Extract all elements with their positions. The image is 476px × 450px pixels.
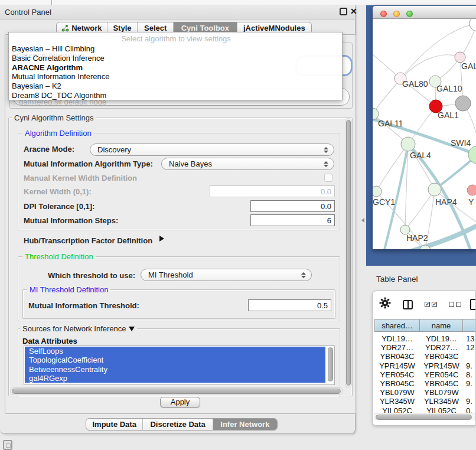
document-icon[interactable]	[470, 299, 476, 310]
table-row[interactable]: YLR345WYLR345W9.	[374, 397, 476, 406]
settings-vscrollbar-thumb[interactable]	[346, 120, 351, 386]
table-row[interactable]: YPR145WYPR145W9.	[374, 361, 476, 370]
column-header[interactable]: name	[420, 319, 463, 332]
which-threshold-combobox[interactable]: MI Threshold	[141, 269, 312, 281]
network-node[interactable]	[470, 19, 476, 31]
aracne-mode-combobox[interactable]: Discovery	[90, 144, 334, 156]
network-node[interactable]	[467, 185, 476, 195]
network-edge[interactable]	[373, 79, 401, 114]
algorithm-option[interactable]: ARACNE Algorithm	[12, 63, 83, 73]
table-panel-window: ✓ ✓ shared… name YDL19…YDL19…13YDR27…YDR…	[372, 291, 476, 426]
algorithm-option[interactable]: Basic Correlation Inference	[12, 54, 105, 63]
network-node[interactable]	[373, 186, 382, 197]
hub-definition-label[interactable]: Hub/Transcription Factor Definition	[24, 236, 152, 245]
gear-icon[interactable]	[379, 297, 391, 311]
table-row[interactable]: YER054CYER054C8.	[374, 370, 476, 379]
dpi-tolerance-field[interactable]: 0.0	[250, 200, 335, 212]
control-panel-window: Control Panel ✕ Network Style Select Cyn…	[0, 5, 356, 434]
float-window-button[interactable]	[340, 8, 347, 15]
table-horizontal-scrollbar[interactable]	[374, 413, 475, 420]
table-row[interactable]: YBR043CYBR043C	[374, 352, 476, 361]
algorithm-option[interactable]: Bayesian – Hill Climbing	[12, 44, 94, 54]
zoom-traffic-light[interactable]	[406, 11, 413, 17]
settings-hscrollbar-thumb[interactable]	[12, 389, 341, 394]
algorithm-option[interactable]: Bayesian – K2	[12, 81, 61, 91]
combo-arrows-icon	[324, 146, 328, 154]
network-node[interactable]	[455, 96, 471, 111]
table-row[interactable]: YBL079WYBL079W	[374, 388, 476, 397]
close-panel-button[interactable]: ✕	[350, 6, 357, 16]
node-label: GAL	[461, 61, 476, 71]
network-node[interactable]	[428, 183, 441, 196]
collapsed-panel-icon[interactable]	[3, 440, 12, 450]
column-header[interactable]	[463, 319, 476, 332]
column-header[interactable]: shared…	[374, 319, 420, 332]
attribute-list-item[interactable]: BetweennessCentrality	[25, 365, 325, 374]
unchecked-checkbox-icon[interactable]	[456, 302, 461, 307]
apply-button[interactable]: Apply	[160, 397, 200, 407]
node-label: HAP2	[406, 233, 428, 243]
table-cell: 9.	[463, 361, 476, 370]
table-cell: YLR345W	[374, 397, 420, 406]
aracne-mode-label: Aracne Mode:	[24, 145, 74, 154]
attribute-list-item[interactable]: TopologicalCoefficient	[25, 356, 325, 364]
table-hscrollbar-thumb[interactable]	[376, 415, 472, 420]
mi-threshold-field[interactable]: 0.5	[248, 299, 331, 311]
network-node[interactable]	[401, 137, 415, 151]
dpi-tolerance-label: DPI Tolerance [0,1]:	[24, 202, 94, 211]
mi-threshold-title: MI Threshold Definition	[27, 285, 110, 294]
unchecked-checkbox-icon[interactable]	[449, 302, 454, 307]
settings-horizontal-scrollbar[interactable]	[10, 387, 343, 395]
table-cell: YBR043C	[374, 352, 420, 361]
kernel-width-field[interactable]: 0.0	[210, 185, 335, 197]
mi-type-combobox[interactable]: Naive Bayes	[161, 158, 334, 170]
node-label: Y	[468, 197, 474, 207]
data-attributes-label: Data Attributes	[22, 337, 77, 345]
node-label: GAL4	[410, 151, 431, 160]
table-cell: YPR145W	[420, 361, 463, 370]
table-cell: YBR045C	[420, 379, 463, 388]
checked-checkbox-icon[interactable]: ✓	[425, 302, 430, 307]
attribute-list-item[interactable]: SelfLoops	[25, 347, 325, 356]
control-panel-titlebar: Control Panel ✕	[0, 5, 355, 19]
which-threshold-label: Which threshold to use:	[48, 271, 135, 280]
table-body: YDL19…YDL19…13YDR27…YDR27…12YBR043CYBR04…	[374, 334, 476, 413]
minimize-traffic-light[interactable]	[393, 11, 400, 17]
network-edge-thick[interactable]	[435, 156, 475, 190]
manual-kernel-label: Manual Kernel Width Definition	[24, 174, 137, 182]
table-cell: YER054C	[420, 370, 463, 379]
table-row[interactable]: YDR27…YDR27…12	[374, 343, 476, 352]
manual-kernel-checkbox[interactable]	[324, 174, 332, 182]
network-canvas[interactable]: GALGAL80GAL10GAL1GAL11SWI4GAL4GCY1HAP4YH…	[373, 19, 476, 249]
checked-checkbox-icon[interactable]: ✓	[432, 302, 437, 307]
table-cell: 8.	[463, 370, 476, 379]
mi-steps-field[interactable]: 6	[250, 214, 335, 226]
algorithm-option[interactable]: Dream8 DC_TDC Algorithm	[12, 91, 106, 100]
bottom-tabs: Impute Data Discretize Data Infer Networ…	[86, 418, 278, 431]
tab-impute-data[interactable]: Impute Data	[86, 419, 142, 430]
table-cell: YLR345W	[420, 397, 463, 406]
attribute-list-item[interactable]: gal4RGexp	[25, 374, 325, 383]
panel-divider-collapse-icon[interactable]	[361, 218, 364, 223]
tab-network-label: Network	[71, 24, 102, 32]
list-scrollbar-thumb[interactable]	[328, 347, 333, 381]
table-cell: 9.	[463, 379, 476, 388]
node-label: GCY1	[373, 197, 395, 207]
expand-arrow-icon[interactable]	[159, 236, 164, 242]
network-edge[interactable]	[401, 55, 460, 79]
algorithm-option[interactable]: Mutual Information Inference	[12, 72, 109, 81]
threshold-definition-title: Threshold Definition	[22, 252, 96, 261]
node-label: HAP4	[435, 197, 457, 207]
data-attributes-list[interactable]: SelfLoopsTopologicalCoefficientBetweenne…	[24, 345, 335, 385]
settings-vertical-scrollbar[interactable]	[345, 118, 352, 388]
tab-discretize-data[interactable]: Discretize Data	[142, 419, 212, 430]
toolbar-divider	[51, 0, 52, 5]
table-row[interactable]: YBR045CYBR045C9.	[374, 379, 476, 388]
table-row[interactable]: YDL19…YDL19…13	[374, 334, 476, 343]
table-cell	[463, 388, 476, 397]
tab-infer-network[interactable]: Infer Network	[213, 419, 277, 430]
table-cell: YBR043C	[420, 352, 463, 361]
split-columns-icon[interactable]	[403, 300, 413, 309]
collapse-arrow-icon[interactable]	[129, 327, 135, 331]
close-traffic-light[interactable]	[380, 11, 387, 17]
